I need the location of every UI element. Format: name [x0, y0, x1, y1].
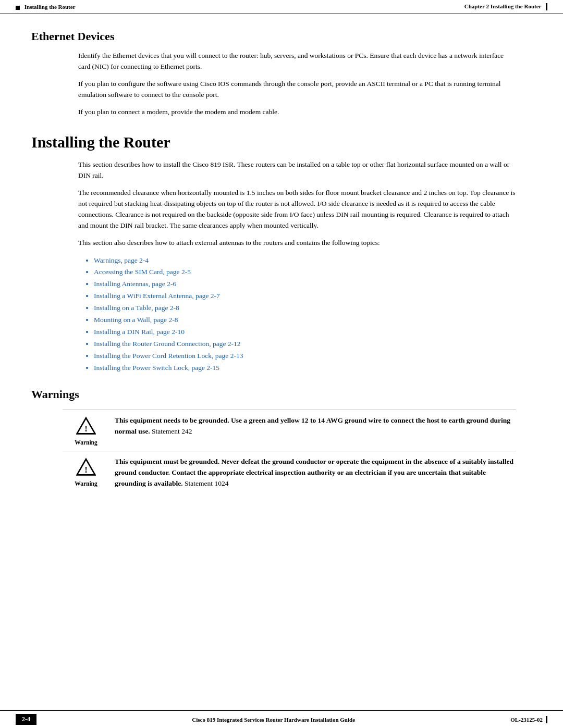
warning-normal-2: Statement 1024	[183, 479, 229, 487]
warning-bold-2: This equipment must be grounded. Never d…	[115, 458, 513, 487]
list-item: Installing the Router Ground Connection,…	[94, 338, 516, 350]
installing-bullet-list: Warnings, page 2-4 Accessing the SIM Car…	[94, 255, 516, 374]
page-header: Installing the Router Chapter 2 Installi…	[0, 0, 563, 14]
header-bar-icon	[546, 3, 547, 10]
header-square-icon	[16, 6, 20, 10]
footer-center-text: Cisco 819 Integrated Services Router Har…	[192, 717, 355, 723]
warning-triangle-icon-1: !	[76, 416, 96, 436]
list-item: Mounting on a Wall, page 2-8	[94, 314, 516, 326]
bullet-link-1[interactable]: Warnings, page 2-4	[94, 256, 149, 264]
warning-label-2: Warning	[75, 480, 97, 487]
ethernet-section: Ethernet Devices Identify the Ethernet d…	[31, 30, 532, 118]
list-item: Installing on a Table, page 2-8	[94, 302, 516, 314]
installing-para-1: This section describes how to install th…	[78, 159, 516, 181]
ethernet-para-2: If you plan to configure the software us…	[78, 79, 516, 101]
page-footer: 2-4 Cisco 819 Integrated Services Router…	[0, 710, 563, 728]
bullet-link-8[interactable]: Installing the Router Ground Connection,…	[94, 340, 241, 348]
list-item: Installing Antennas, page 2-6	[94, 278, 516, 290]
header-right-text: Chapter 2 Installing the Router	[464, 3, 542, 9]
warning-block-2: ! Warning This equipment must be grounde…	[63, 451, 516, 495]
footer-page-number: 2-4	[16, 714, 36, 725]
svg-text:!: !	[84, 424, 88, 434]
bullet-link-9[interactable]: Installing the Power Cord Retention Lock…	[94, 352, 243, 360]
warning-icon-col-2: ! Warning	[63, 456, 109, 487]
warning-label-1: Warning	[75, 439, 97, 446]
installing-para-3: This section also describes how to attac…	[78, 238, 516, 249]
installing-section: Installing the Router This section descr…	[31, 133, 532, 374]
list-item: Installing a WiFi External Antenna, page…	[94, 290, 516, 302]
ethernet-para-1: Identify the Ethernet devices that you w…	[78, 51, 516, 72]
installing-para-2: The recommended clearance when horizonta…	[78, 188, 516, 231]
main-content: Ethernet Devices Identify the Ethernet d…	[0, 14, 563, 525]
ethernet-heading: Ethernet Devices	[31, 30, 532, 43]
warnings-section: Warnings ! Warning This equipment needs …	[31, 388, 532, 495]
bullet-link-2[interactable]: Accessing the SIM Card, page 2-5	[94, 268, 191, 276]
svg-text:!: !	[84, 465, 88, 475]
warning-text-2: This equipment must be grounded. Never d…	[109, 456, 516, 489]
list-item: Installing the Power Cord Retention Lock…	[94, 350, 516, 362]
list-item: Warnings, page 2-4	[94, 255, 516, 267]
warning-block-1: ! Warning This equipment needs to be gro…	[63, 410, 516, 451]
list-item: Installing a DIN Rail, page 2-10	[94, 326, 516, 338]
bullet-link-7[interactable]: Installing a DIN Rail, page 2-10	[94, 328, 185, 336]
warnings-heading: Warnings	[31, 388, 532, 401]
warning-icon-col-1: ! Warning	[63, 415, 109, 446]
bullet-link-6[interactable]: Mounting on a Wall, page 2-8	[94, 316, 178, 324]
header-right: Chapter 2 Installing the Router	[464, 3, 547, 10]
ethernet-para-3: If you plan to connect a modem, provide …	[78, 107, 516, 118]
list-item: Accessing the SIM Card, page 2-5	[94, 266, 516, 278]
list-item: Installing the Power Switch Lock, page 2…	[94, 362, 516, 374]
bullet-link-5[interactable]: Installing on a Table, page 2-8	[94, 304, 179, 312]
footer-right-text: OL-23125-02	[510, 717, 543, 723]
footer-right: OL-23125-02	[510, 716, 547, 723]
bullet-link-3[interactable]: Installing Antennas, page 2-6	[94, 280, 176, 288]
warning-normal-1: Statement 242	[150, 427, 192, 435]
warning-text-1: This equipment needs to be grounded. Use…	[109, 415, 516, 437]
bullet-link-10[interactable]: Installing the Power Switch Lock, page 2…	[94, 364, 219, 372]
footer-bar-icon	[546, 716, 547, 723]
bullet-link-4[interactable]: Installing a WiFi External Antenna, page…	[94, 292, 220, 300]
header-left: Installing the Router	[16, 4, 76, 10]
warning-triangle-icon-2: !	[76, 458, 96, 477]
header-left-text: Installing the Router	[25, 4, 76, 10]
installing-heading: Installing the Router	[31, 133, 532, 151]
page-wrapper: Installing the Router Chapter 2 Installi…	[0, 0, 563, 728]
